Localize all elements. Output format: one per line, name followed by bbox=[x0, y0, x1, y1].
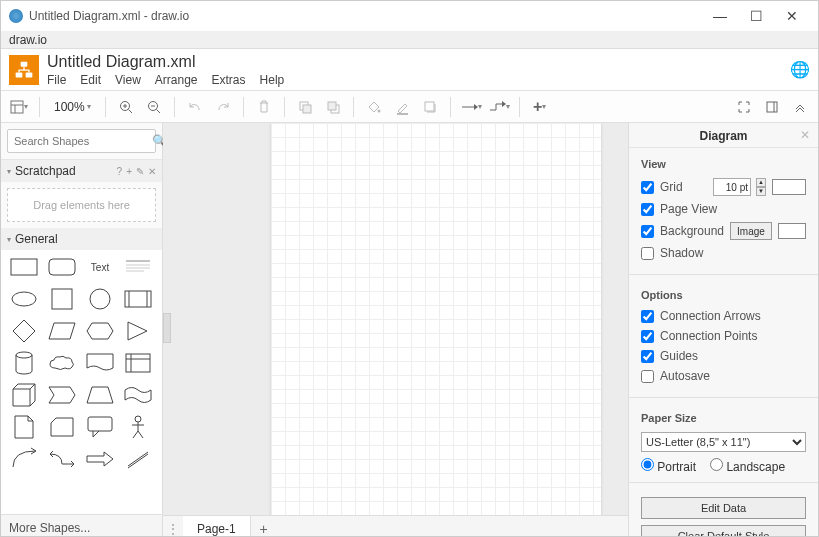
shape-circle[interactable] bbox=[85, 288, 115, 310]
background-checkbox[interactable] bbox=[641, 225, 654, 238]
format-panel-button[interactable] bbox=[760, 95, 784, 119]
titlebar: Untitled Diagram.xml - draw.io — ☐ ✕ bbox=[1, 1, 818, 31]
format-close-icon[interactable]: ✕ bbox=[800, 128, 810, 142]
tab-page-1[interactable]: Page-1 bbox=[183, 516, 251, 537]
svg-point-40 bbox=[135, 416, 141, 422]
search-input[interactable] bbox=[14, 135, 152, 147]
guides-checkbox[interactable] bbox=[641, 350, 654, 363]
menu-extras[interactable]: Extras bbox=[212, 73, 246, 87]
zoom-out-button[interactable] bbox=[142, 95, 166, 119]
shape-document[interactable] bbox=[85, 352, 115, 374]
shape-actor[interactable] bbox=[123, 416, 153, 438]
shape-arrow[interactable] bbox=[85, 448, 115, 470]
menu-help[interactable]: Help bbox=[260, 73, 285, 87]
shape-textbox[interactable] bbox=[123, 256, 153, 278]
scratchpad-help-icon[interactable]: ? bbox=[117, 166, 123, 177]
minimize-button[interactable]: — bbox=[702, 8, 738, 24]
landscape-radio[interactable]: Landscape bbox=[710, 458, 785, 474]
menu-file[interactable]: File bbox=[47, 73, 66, 87]
shadow-button[interactable] bbox=[418, 95, 442, 119]
shape-card[interactable] bbox=[47, 416, 77, 438]
svg-point-29 bbox=[12, 292, 36, 306]
svg-rect-21 bbox=[767, 102, 777, 112]
undo-button[interactable] bbox=[183, 95, 207, 119]
shape-parallelogram[interactable] bbox=[47, 320, 77, 342]
canvas[interactable] bbox=[163, 123, 628, 515]
grid-color-swatch[interactable] bbox=[772, 179, 806, 195]
grid-up[interactable]: ▲ bbox=[756, 178, 766, 187]
collapse-button[interactable] bbox=[788, 95, 812, 119]
shape-cube[interactable] bbox=[9, 384, 39, 406]
to-back-button[interactable] bbox=[321, 95, 345, 119]
maximize-button[interactable]: ☐ bbox=[738, 8, 774, 24]
menu-edit[interactable]: Edit bbox=[80, 73, 101, 87]
grid-checkbox[interactable] bbox=[641, 181, 654, 194]
search-shapes[interactable]: 🔍 bbox=[7, 129, 156, 153]
view-dropdown[interactable]: ▾ bbox=[7, 95, 31, 119]
shape-text[interactable]: Text bbox=[85, 256, 115, 278]
scratchpad-add-icon[interactable]: + bbox=[126, 166, 132, 177]
shape-note[interactable] bbox=[9, 416, 39, 438]
sidebar-splitter[interactable] bbox=[163, 313, 171, 343]
bg-image-button[interactable]: Image bbox=[730, 222, 772, 240]
language-icon[interactable]: 🌐 bbox=[790, 60, 810, 79]
autosave-checkbox[interactable] bbox=[641, 370, 654, 383]
shape-diamond[interactable] bbox=[9, 320, 39, 342]
fullscreen-button[interactable] bbox=[732, 95, 756, 119]
shape-cloud[interactable] bbox=[47, 352, 77, 374]
redo-button[interactable] bbox=[211, 95, 235, 119]
scratchpad-drop[interactable]: Drag elements here bbox=[7, 188, 156, 222]
paper-section-title: Paper Size bbox=[641, 412, 806, 424]
canvas-container: ⋮ Page-1 + bbox=[163, 123, 628, 537]
grid-down[interactable]: ▼ bbox=[756, 187, 766, 196]
to-front-button[interactable] bbox=[293, 95, 317, 119]
grid-size-input[interactable] bbox=[713, 178, 751, 196]
zoom-in-button[interactable] bbox=[114, 95, 138, 119]
conn-points-checkbox[interactable] bbox=[641, 330, 654, 343]
shape-ellipse[interactable] bbox=[9, 288, 39, 310]
edit-data-button[interactable]: Edit Data bbox=[641, 497, 806, 519]
shape-triangle[interactable] bbox=[123, 320, 153, 342]
shape-step[interactable] bbox=[47, 384, 77, 406]
waypoint-button[interactable]: ▾ bbox=[487, 95, 511, 119]
scratchpad-header[interactable]: ▾ Scratchpad ? + ✎ ✕ bbox=[1, 160, 162, 182]
connection-button[interactable]: ▾ bbox=[459, 95, 483, 119]
shadow-checkbox[interactable] bbox=[641, 247, 654, 260]
scratchpad-edit-icon[interactable]: ✎ bbox=[136, 166, 144, 177]
portrait-radio[interactable]: Portrait bbox=[641, 458, 696, 474]
pages-menu-icon[interactable]: ⋮ bbox=[163, 522, 183, 536]
close-button[interactable]: ✕ bbox=[774, 8, 810, 24]
conn-arrows-checkbox[interactable] bbox=[641, 310, 654, 323]
shape-rect[interactable] bbox=[9, 256, 39, 278]
pageview-checkbox[interactable] bbox=[641, 203, 654, 216]
paper-size-select[interactable]: US-Letter (8,5" x 11") bbox=[641, 432, 806, 452]
insert-button[interactable]: +▾ bbox=[528, 95, 552, 119]
general-header[interactable]: ▾ General bbox=[1, 228, 162, 250]
scratchpad-close-icon[interactable]: ✕ bbox=[148, 166, 156, 177]
shape-hexagon[interactable] bbox=[85, 320, 115, 342]
shape-tape[interactable] bbox=[123, 384, 153, 406]
shape-link[interactable] bbox=[123, 448, 153, 470]
clear-style-button[interactable]: Clear Default Style bbox=[641, 525, 806, 537]
menu-arrange[interactable]: Arrange bbox=[155, 73, 198, 87]
zoom-level[interactable]: 100%▾ bbox=[48, 100, 97, 114]
delete-button[interactable] bbox=[252, 95, 276, 119]
shape-process[interactable] bbox=[123, 288, 153, 310]
shape-curve[interactable] bbox=[9, 448, 39, 470]
fill-color-button[interactable] bbox=[362, 95, 386, 119]
shape-trapezoid[interactable] bbox=[85, 384, 115, 406]
menubar: File Edit View Arrange Extras Help bbox=[47, 73, 790, 87]
shape-square[interactable] bbox=[47, 288, 77, 310]
bg-color-swatch[interactable] bbox=[778, 223, 806, 239]
options-section-title: Options bbox=[641, 289, 806, 301]
shape-cylinder[interactable] bbox=[9, 352, 39, 374]
shape-bidir-arrow[interactable] bbox=[47, 448, 77, 470]
shape-roundrect[interactable] bbox=[47, 256, 77, 278]
add-page-button[interactable]: + bbox=[251, 521, 277, 537]
line-color-button[interactable] bbox=[390, 95, 414, 119]
more-shapes-button[interactable]: More Shapes... bbox=[1, 514, 162, 537]
menu-view[interactable]: View bbox=[115, 73, 141, 87]
shape-callout[interactable] bbox=[85, 416, 115, 438]
shape-internal-storage[interactable] bbox=[123, 352, 153, 374]
paper[interactable] bbox=[271, 123, 601, 515]
